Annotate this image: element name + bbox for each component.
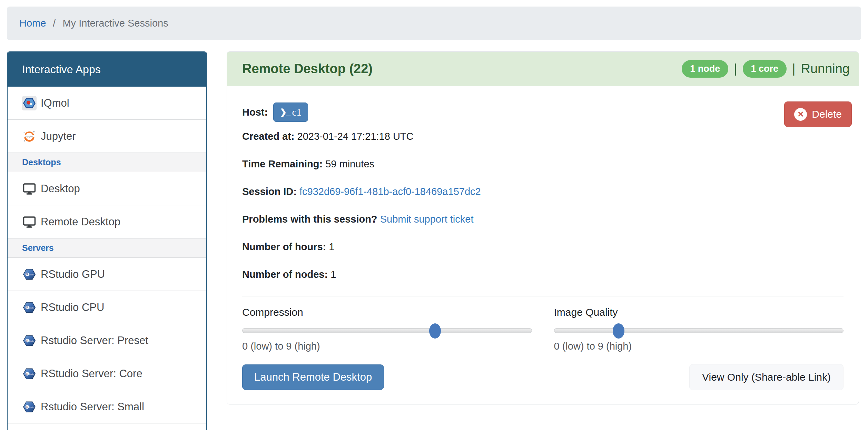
interactive-apps-sidebar: Interactive Apps IQmol jupyter Jupyter D… bbox=[7, 51, 207, 430]
delete-button[interactable]: ✕ Delete bbox=[784, 101, 852, 127]
sidebar-item-iqmol[interactable]: IQmol bbox=[8, 87, 206, 120]
field-session-id: Session ID: fc932d69-96f1-481b-acf0-1846… bbox=[242, 185, 852, 198]
rstudio-icon: RStudio bbox=[22, 367, 37, 381]
launch-remote-desktop-button[interactable]: Launch Remote Desktop bbox=[242, 364, 384, 390]
breadcrumb-home-link[interactable]: Home bbox=[19, 18, 46, 29]
compression-caption: 0 (low) to 9 (high) bbox=[242, 340, 532, 352]
monitor-icon bbox=[22, 215, 37, 229]
svg-text:Studio: Studio bbox=[29, 340, 34, 342]
svg-text:Studio: Studio bbox=[29, 273, 34, 275]
sidebar-item-rstudio-server-small[interactable]: RStudio Rstudio Server: Small bbox=[8, 390, 206, 423]
image-quality-caption: 0 (low) to 9 (high) bbox=[554, 340, 844, 352]
host-label: Host: bbox=[242, 107, 268, 118]
svg-text:Studio: Studio bbox=[29, 406, 34, 408]
field-value: 1 bbox=[331, 269, 336, 280]
iqmol-icon bbox=[22, 96, 37, 110]
badge-separator: | bbox=[734, 61, 737, 76]
session-card-header: Remote Desktop (22) 1 node | 1 core | Ru… bbox=[227, 52, 859, 86]
sidebar-title: Interactive Apps bbox=[8, 52, 206, 87]
sidebar-section-label: Desktops bbox=[22, 157, 61, 167]
field-time-remaining: Time Remaining: 59 minutes bbox=[242, 158, 852, 170]
terminal-icon: ❯_ bbox=[280, 107, 290, 117]
section-divider bbox=[242, 296, 844, 296]
field-number-of-hours: Number of hours: 1 bbox=[242, 241, 852, 253]
svg-text:Studio: Studio bbox=[29, 373, 34, 375]
badge-separator: | bbox=[792, 61, 795, 76]
image-quality-slider-group: Image Quality 0 (low) to 9 (high) bbox=[554, 306, 844, 352]
sidebar-item-label: Jupyter bbox=[41, 130, 76, 143]
actions-row: Launch Remote Desktop View Only (Share-a… bbox=[242, 364, 852, 390]
field-value: 1 bbox=[329, 241, 334, 252]
core-count-badge: 1 core bbox=[743, 60, 787, 77]
view-only-link-button[interactable]: View Only (Share-able Link) bbox=[689, 364, 844, 390]
compression-slider[interactable] bbox=[242, 328, 532, 333]
status-text: Running bbox=[801, 61, 850, 76]
session-title: Remote Desktop (22) bbox=[242, 61, 373, 76]
session-id-link[interactable]: fc932d69-96f1-481b-acf0-18469a157dc2 bbox=[299, 186, 481, 197]
sidebar-section-desktops: Desktops bbox=[8, 153, 206, 172]
sidebar-item-rstudio-gpu[interactable]: RStudio RStudio GPU bbox=[8, 258, 206, 291]
page: Home / My Interactive Sessions Interacti… bbox=[0, 0, 868, 430]
sidebar-section-servers: Servers bbox=[8, 238, 206, 258]
jupyter-icon: jupyter bbox=[22, 129, 37, 144]
sidebar-item-label: Remote Desktop bbox=[41, 216, 120, 228]
sidebar-item-label: Rstudio Server: Preset bbox=[41, 334, 148, 347]
session-card-body: Host: ❯_ c1 ✕ Delete Created at: 2023-01… bbox=[227, 86, 859, 404]
sidebar-item-label: Rstudio Server: Small bbox=[41, 401, 144, 413]
rstudio-icon: RStudio bbox=[22, 400, 37, 414]
svg-text:jupyter: jupyter bbox=[25, 135, 33, 138]
svg-text:R: R bbox=[26, 306, 29, 309]
image-quality-label: Image Quality bbox=[554, 306, 844, 319]
circle-x-icon: ✕ bbox=[794, 108, 807, 121]
delete-button-label: Delete bbox=[812, 108, 842, 120]
host-shell-button[interactable]: ❯_ c1 bbox=[273, 102, 308, 122]
compression-label: Compression bbox=[242, 306, 532, 319]
sidebar-item-desktop[interactable]: Desktop bbox=[8, 172, 206, 205]
field-label: Problems with this session? bbox=[242, 214, 377, 225]
sliders-row: Compression 0 (low) to 9 (high) Image Qu… bbox=[242, 306, 852, 352]
field-label: Created at: bbox=[242, 131, 295, 142]
svg-text:R: R bbox=[26, 339, 29, 342]
session-status-group: 1 node | 1 core | Running bbox=[682, 60, 850, 77]
session-card: Remote Desktop (22) 1 node | 1 core | Ru… bbox=[227, 51, 859, 404]
sidebar-item-label: IQmol bbox=[41, 97, 69, 109]
field-number-of-nodes: Number of nodes: 1 bbox=[242, 268, 852, 281]
svg-text:R: R bbox=[26, 405, 29, 409]
host-name: c1 bbox=[292, 107, 302, 118]
monitor-icon bbox=[22, 182, 37, 196]
field-value: 2023-01-24 17:21:18 UTC bbox=[297, 131, 414, 142]
breadcrumb-current: My Interactive Sessions bbox=[62, 18, 168, 29]
sidebar-item-rstudio-server-preset[interactable]: RStudio Rstudio Server: Preset bbox=[8, 324, 206, 357]
submit-support-ticket-link[interactable]: Submit support ticket bbox=[380, 214, 474, 225]
sidebar-item-rstudio-cpu[interactable]: RStudio RStudio CPU bbox=[8, 291, 206, 324]
compression-slider-thumb[interactable] bbox=[429, 323, 441, 339]
sidebar-item-rstudio-server-core[interactable]: RStudio RStudio Server: Core bbox=[8, 357, 206, 390]
sidebar-item-remote-desktop[interactable]: Remote Desktop bbox=[8, 205, 206, 238]
breadcrumb: Home / My Interactive Sessions bbox=[7, 7, 861, 40]
node-count-badge: 1 node bbox=[682, 60, 728, 77]
sidebar-filler-row bbox=[8, 423, 206, 430]
field-label: Time Remaining: bbox=[242, 158, 323, 169]
rstudio-icon: RStudio bbox=[22, 267, 37, 282]
rstudio-icon: RStudio bbox=[22, 333, 37, 348]
field-support: Problems with this session? Submit suppo… bbox=[242, 213, 852, 225]
image-quality-slider-thumb[interactable] bbox=[613, 323, 624, 339]
compression-slider-group: Compression 0 (low) to 9 (high) bbox=[242, 306, 532, 352]
sidebar-item-label: RStudio CPU bbox=[41, 301, 104, 314]
field-value: 59 minutes bbox=[325, 158, 374, 169]
field-created-at: Created at: 2023-01-24 17:21:18 UTC bbox=[242, 130, 852, 143]
field-label: Number of nodes: bbox=[242, 269, 328, 280]
sidebar-item-label: Desktop bbox=[41, 183, 80, 195]
host-row: Host: ❯_ c1 bbox=[242, 102, 852, 122]
rstudio-icon: RStudio bbox=[22, 300, 37, 315]
breadcrumb-separator: / bbox=[53, 18, 56, 29]
image-quality-slider[interactable] bbox=[554, 328, 844, 333]
sidebar-section-label: Servers bbox=[22, 243, 54, 253]
field-label: Session ID: bbox=[242, 186, 297, 197]
sidebar-item-jupyter[interactable]: jupyter Jupyter bbox=[8, 120, 206, 153]
field-label: Number of hours: bbox=[242, 241, 326, 252]
svg-text:R: R bbox=[26, 372, 29, 375]
svg-text:Studio: Studio bbox=[29, 306, 34, 309]
sidebar-item-label: RStudio GPU bbox=[41, 268, 105, 281]
svg-text:R: R bbox=[26, 273, 29, 276]
